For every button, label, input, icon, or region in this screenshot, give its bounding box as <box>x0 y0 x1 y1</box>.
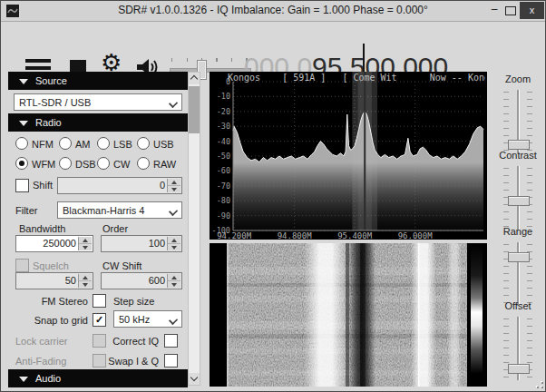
order-spinner[interactable] <box>167 237 180 250</box>
spinner-down-icon[interactable] <box>168 281 180 288</box>
filter-label: Filter <box>15 204 37 217</box>
offset-slider-label: Offset <box>491 300 545 312</box>
radio-circle-icon <box>137 157 150 170</box>
title-bar[interactable]: SDR# v1.0.0.1326 - IQ Imbalance: Gain = … <box>1 1 545 22</box>
spinner-up-icon[interactable] <box>79 237 92 244</box>
svg-text:94.200M: 94.200M <box>217 231 252 240</box>
radio-circle-icon <box>97 137 110 150</box>
anti-fading-label: Anti-Fading <box>15 355 66 368</box>
maximize-button[interactable] <box>505 6 516 15</box>
radio-section-header[interactable]: Radio <box>8 113 188 132</box>
svg-text:-30: -30 <box>217 122 230 131</box>
volume-ticks <box>171 58 248 62</box>
shift-input[interactable]: 0 <box>57 177 182 194</box>
radio-circle-icon <box>59 157 72 170</box>
close-button[interactable]: x <box>520 2 544 19</box>
waterfall-colorbar[interactable] <box>471 245 483 385</box>
contrast-slider-label: Contrast <box>491 150 545 162</box>
step-size-dropdown[interactable]: 50 kHz <box>113 310 182 328</box>
step-size-label: Step size <box>113 295 154 308</box>
svg-text:-10: -10 <box>217 92 230 101</box>
source-device-dropdown[interactable]: RTL-SDR / USB <box>14 93 182 111</box>
spinner-down-icon[interactable] <box>168 186 180 192</box>
offset-slider-thumb[interactable] <box>508 364 530 374</box>
cw-shift-label: CW Shift <box>102 260 141 272</box>
spinner-down-icon[interactable] <box>79 281 92 288</box>
bandwidth-label: Bandwidth <box>19 222 65 235</box>
display-controls: Zoom Contrast Range Offset <box>491 72 545 387</box>
minimize-button[interactable]: – <box>487 3 502 18</box>
svg-text:-40: -40 <box>217 137 230 146</box>
spinner-down-icon[interactable] <box>79 244 92 250</box>
range-slider-label: Range <box>491 226 545 238</box>
spinner-up-icon[interactable] <box>79 274 92 281</box>
cw-shift-input[interactable]: 600 <box>101 272 182 289</box>
squelch-spinner[interactable] <box>78 274 92 288</box>
lock-carrier-label: Lock carrier <box>15 335 67 348</box>
panel-scrollbar[interactable] <box>188 72 200 386</box>
correct-iq-checkbox[interactable] <box>164 334 178 348</box>
snap-to-grid-label: Snap to grid <box>8 314 88 327</box>
chevron-down-icon <box>169 316 178 325</box>
scroll-down-icon[interactable] <box>189 373 200 385</box>
resize-grip[interactable] <box>534 379 543 388</box>
radio-circle-icon <box>137 137 150 150</box>
bandwidth-spinner[interactable] <box>78 237 92 250</box>
range-slider[interactable] <box>498 240 538 308</box>
source-section-header[interactable]: Source <box>8 72 188 90</box>
audio-section-header[interactable]: Audio <box>8 369 188 387</box>
mode-radio-lsb[interactable]: LSB <box>97 137 132 150</box>
zoom-slider-thumb[interactable] <box>508 140 530 150</box>
mode-radio-usb[interactable]: USB <box>137 137 174 150</box>
spinner-up-icon[interactable] <box>168 274 180 281</box>
offset-slider[interactable] <box>498 315 538 382</box>
lock-carrier-checkbox[interactable] <box>93 334 106 348</box>
fm-stereo-checkbox[interactable] <box>93 294 106 308</box>
waterfall-display[interactable] <box>210 243 487 387</box>
correct-iq-label: Correct IQ <box>108 335 159 348</box>
collapse-triangle-icon <box>19 377 28 382</box>
chevron-down-icon <box>169 99 178 108</box>
svg-text:-20: -20 <box>217 107 230 116</box>
zoom-slider[interactable] <box>498 88 538 155</box>
mode-radio-wfm[interactable]: WFM <box>15 157 55 170</box>
mode-radio-cw[interactable]: CW <box>97 157 130 170</box>
range-slider-thumb[interactable] <box>508 252 530 262</box>
shift-checkbox[interactable] <box>15 179 29 192</box>
collapse-triangle-icon <box>19 121 28 126</box>
spinner-up-icon[interactable] <box>168 237 180 244</box>
svg-text:-60: -60 <box>217 166 230 175</box>
scrollbar-thumb[interactable] <box>189 86 200 133</box>
svg-text:96.000M: 96.000M <box>398 231 434 240</box>
radio-circle-icon <box>15 137 28 150</box>
rds-text: Kongos [ 591A ] [ Come Wit Now -- Kongos <box>228 73 485 83</box>
fm-stereo-label: FM Stereo <box>15 295 88 308</box>
mode-radio-nfm[interactable]: NFM <box>15 137 54 150</box>
collapse-triangle-icon <box>19 79 28 84</box>
radio-circle-icon <box>59 137 72 150</box>
shift-spinner[interactable] <box>167 179 180 192</box>
mode-radio-raw[interactable]: RAW <box>137 157 176 170</box>
squelch-checkbox[interactable] <box>15 259 29 272</box>
sdrsharp-window: { "window": { "title": "SDR# v1.0.0.1326… <box>0 0 546 392</box>
bandwidth-input[interactable]: 250000 <box>15 235 93 252</box>
order-input[interactable]: 100 <box>101 235 182 252</box>
spinner-down-icon[interactable] <box>168 244 180 250</box>
scroll-up-icon[interactable] <box>189 73 200 84</box>
swap-iq-checkbox[interactable] <box>164 354 178 368</box>
contrast-slider-thumb[interactable] <box>508 196 530 206</box>
snap-to-grid-checkbox[interactable] <box>93 313 106 327</box>
squelch-label: Squelch <box>33 260 69 272</box>
svg-text:-90: -90 <box>217 211 230 220</box>
cw-shift-spinner[interactable] <box>167 274 180 288</box>
svg-text:94.800M: 94.800M <box>278 231 313 240</box>
spectrum-display[interactable]: 0-10-20-30-40-50-60-70-80-90-10094.200M9… <box>210 72 487 240</box>
swap-iq-label: Swap I & Q <box>102 355 159 368</box>
shift-label: Shift <box>33 179 53 191</box>
filter-dropdown[interactable]: Blackman-Harris 4 <box>57 201 182 219</box>
mode-radio-dsb[interactable]: DSB <box>59 157 96 170</box>
mode-radio-am[interactable]: AM <box>59 137 91 150</box>
spinner-up-icon[interactable] <box>168 179 180 186</box>
contrast-slider[interactable] <box>498 164 538 231</box>
squelch-input[interactable]: 50 <box>15 272 93 289</box>
